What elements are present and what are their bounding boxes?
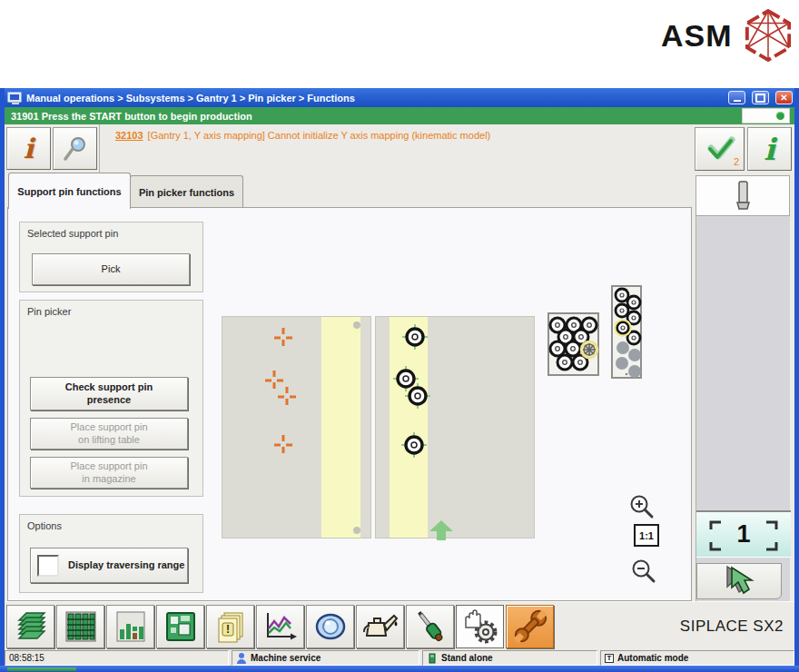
tab-label: Support pin functions xyxy=(17,186,121,197)
transport-lane-left xyxy=(321,317,360,538)
board-transport-arrow-icon xyxy=(429,520,453,540)
magnifier-pen-icon xyxy=(61,134,90,163)
minimize-button[interactable] xyxy=(728,91,745,104)
checkbox-label: Display traversing range xyxy=(68,559,184,572)
taskbar-green-segment xyxy=(7,667,76,671)
maximize-button[interactable] xyxy=(752,91,769,104)
button-label: Place support pin in magazine xyxy=(71,460,148,486)
divider xyxy=(99,124,100,173)
info-button[interactable]: i xyxy=(747,127,792,171)
crosshair-marker[interactable] xyxy=(277,386,297,406)
standalone-icon xyxy=(427,652,438,664)
tab-label: Pin picker functions xyxy=(139,187,234,198)
station-grid-icon xyxy=(64,609,98,644)
pin-magazine-tall[interactable] xyxy=(611,285,642,379)
green-cursor-icon xyxy=(722,565,756,598)
machine-state-led-panel xyxy=(742,108,790,124)
toolbar-button-manual-operations[interactable] xyxy=(456,605,504,648)
support-pin-icon xyxy=(733,180,753,212)
support-pin-marker[interactable] xyxy=(401,432,427,458)
support-pin-tab[interactable] xyxy=(695,175,790,216)
display-traversing-range-toggle[interactable]: Display traversing range xyxy=(30,548,188,583)
vision-camera-icon xyxy=(312,610,349,643)
asm-logo-text: ASM xyxy=(661,18,733,54)
message-bar: 31901 Press the START button to begin pr… xyxy=(5,107,794,124)
asm-logo: ASM xyxy=(661,9,793,62)
titlebar[interactable]: Manual operations > Subsystems > Gantry … xyxy=(5,88,794,107)
board-counter[interactable]: 1 xyxy=(696,510,791,558)
toolbar-button-oil-can[interactable] xyxy=(356,605,404,648)
ack-count: 2 xyxy=(734,156,739,167)
maximize-icon xyxy=(755,94,765,103)
alert-message[interactable]: 32103[Gantry 1, Y axis mapping] Cannot i… xyxy=(115,130,490,141)
crosshair-marker[interactable] xyxy=(273,327,293,347)
tab-support-pin-functions[interactable]: Support pin functions xyxy=(8,173,131,209)
status-label: Automatic mode xyxy=(617,653,688,663)
toolbar-button-pcb-stack[interactable] xyxy=(6,605,54,648)
error-info-button[interactable]: i xyxy=(6,127,51,170)
status-label: Machine service xyxy=(251,653,321,663)
status-access-level: Machine service xyxy=(232,650,419,666)
button-label: Place support pin on lifting table xyxy=(71,421,148,447)
zoom-in-icon xyxy=(628,493,656,520)
pin-magazine-small[interactable] xyxy=(547,312,599,376)
alert-code[interactable]: 32103 xyxy=(115,130,143,141)
screen: ASM Manual operations > Subsystems > Gan… xyxy=(0,0,799,672)
pcb-stack-icon xyxy=(12,609,50,644)
status-label: Stand alone xyxy=(441,653,493,663)
service-wrench-icon xyxy=(510,607,550,647)
zoom-out-button[interactable] xyxy=(630,558,657,588)
support-pin-marker[interactable] xyxy=(405,383,430,409)
tab-pin-picker-functions[interactable]: Pin picker functions xyxy=(130,175,243,208)
toolbar-button-vision-camera[interactable] xyxy=(306,605,354,648)
board-layout-icon xyxy=(163,608,199,645)
options-group: Options Display traversing range xyxy=(19,514,203,593)
toolbar-button-component-bars[interactable] xyxy=(106,605,154,648)
zoom-one-to-one-button[interactable]: 1:1 xyxy=(634,524,659,547)
one-to-one-label: 1:1 xyxy=(639,530,654,541)
group-title: Options xyxy=(27,520,62,531)
display-traversing-range-checkbox[interactable] xyxy=(37,555,59,577)
side-panel: 1 xyxy=(695,216,790,601)
machine-view[interactable] xyxy=(222,316,535,539)
pick-button[interactable]: Pick xyxy=(32,253,190,285)
window-title: Manual operations > Subsystems > Gantry … xyxy=(26,93,724,104)
button-label: Check support pin presence xyxy=(65,381,153,407)
place-support-pin-on-lifting-table-button[interactable]: Place support pin on lifting table xyxy=(30,418,188,450)
alert-message-text: [Gantry 1, Y axis mapping] Cannot initia… xyxy=(148,130,491,141)
acknowledge-button[interactable]: 2 xyxy=(695,127,745,171)
toolbar-button-service-wrench[interactable] xyxy=(506,605,554,648)
tooling-hole xyxy=(353,527,360,534)
place-support-pin-in-magazine-button[interactable]: Place support pin in magazine xyxy=(30,457,188,489)
machine-name: SIPLACE SX2 xyxy=(680,602,784,651)
toolbar-button-board-layout[interactable] xyxy=(156,605,204,648)
oil-can-icon xyxy=(361,610,400,643)
toolbar-button-message-pages[interactable]: ! xyxy=(206,605,254,648)
window-icon xyxy=(7,92,22,104)
close-button[interactable]: ✕ xyxy=(775,91,793,104)
status-bar: 08:58:15 Machine service Stand alone T A… xyxy=(5,650,794,666)
zoom-in-button[interactable] xyxy=(628,493,656,524)
statistics-icon xyxy=(262,610,299,643)
pick-button-label: Pick xyxy=(102,263,121,276)
support-pin-marker[interactable] xyxy=(402,324,428,350)
message-bar-text: 31901 Press the START button to begin pr… xyxy=(5,111,252,122)
inspect-error-button[interactable] xyxy=(53,127,97,170)
select-pointer-button[interactable] xyxy=(696,563,782,599)
status-line-mode: Stand alone xyxy=(422,650,597,666)
toolbar-button-statistics[interactable] xyxy=(256,605,304,648)
status-time: 08:58:15 xyxy=(5,650,229,666)
toolbar-button-station-grid[interactable] xyxy=(56,605,104,648)
board-counter-value: 1 xyxy=(696,520,791,548)
check-support-pin-presence-button[interactable]: Check support pin presence xyxy=(30,377,188,410)
crosshair-marker[interactable] xyxy=(273,434,293,454)
time-value: 08:58:15 xyxy=(9,653,44,663)
mode-icon: T xyxy=(605,654,614,663)
component-bars-icon xyxy=(113,609,148,644)
taskbar-edge[interactable] xyxy=(0,666,799,672)
green-check-icon xyxy=(704,135,736,163)
toolbar-button-screwdriver[interactable] xyxy=(406,605,454,648)
selected-support-pin-group: Selected support pin Pick xyxy=(19,222,203,292)
bottom-toolbar: ! xyxy=(5,601,794,651)
zoom-out-icon xyxy=(630,558,657,585)
